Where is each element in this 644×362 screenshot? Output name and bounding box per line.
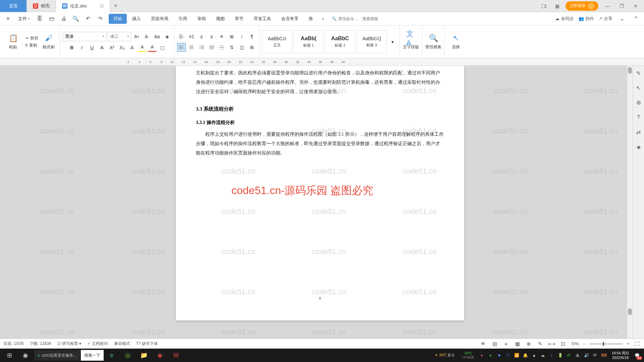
- styles-more-button[interactable]: ▾: [388, 38, 397, 46]
- start-button[interactable]: ⊞: [1, 349, 17, 362]
- shading-button[interactable]: ◫: [237, 43, 246, 52]
- login-button[interactable]: 立即登录: [566, 1, 598, 11]
- read-view-icon[interactable]: ⊕: [525, 340, 533, 348]
- decrease-indent-button[interactable]: ≤: [197, 32, 206, 41]
- pen-tool-icon[interactable]: ✎: [635, 69, 643, 77]
- select-tool-icon[interactable]: ↖: [635, 84, 643, 92]
- task-edge[interactable]: e: [104, 349, 120, 362]
- select-button[interactable]: ↖ 选择: [447, 34, 464, 50]
- clear-format-button[interactable]: ◈: [163, 32, 171, 41]
- undo-icon[interactable]: ↶: [83, 14, 93, 23]
- save-icon[interactable]: 🗄: [35, 14, 44, 23]
- notification-button[interactable]: 💬: [633, 352, 641, 359]
- show-marks-button[interactable]: ¶: [248, 32, 256, 41]
- zoom-slider[interactable]: [589, 343, 623, 345]
- grow-font-button[interactable]: A+: [132, 32, 141, 41]
- text-effect-button[interactable]: A: [128, 43, 137, 52]
- ruler[interactable]: 2 4 6 8 10 12 14 16 18 20 22 24 26 28 30…: [0, 58, 644, 66]
- fit-page-icon[interactable]: ⊡: [559, 340, 567, 348]
- align-left-button[interactable]: [177, 43, 186, 52]
- change-case-button[interactable]: Aa: [153, 32, 161, 41]
- align-right-button[interactable]: [197, 43, 206, 52]
- char-shading-button[interactable]: ▢: [158, 43, 167, 52]
- zoom-in-button[interactable]: +: [627, 342, 629, 346]
- find-replace-button[interactable]: 🔍 查找替换: [425, 34, 442, 50]
- align-tools-button[interactable]: ⊞: [227, 32, 236, 41]
- template-search-input[interactable]: [362, 16, 386, 21]
- taskbar-search[interactable]: 搜索一下: [81, 350, 104, 361]
- heading-3-3-1[interactable]: 3.3.1 操作流程分析: [196, 120, 444, 126]
- ribbon-tab-start[interactable]: 开始: [109, 14, 127, 24]
- clock-widget[interactable]: 18:54 周日 2022/9/18: [609, 351, 632, 360]
- highlight-button[interactable]: A: [138, 43, 147, 52]
- subscript-button[interactable]: X₂: [118, 43, 126, 52]
- text-direction-button[interactable]: ✕: [217, 32, 226, 41]
- align-distribute-button[interactable]: [217, 43, 226, 52]
- print-preview-icon[interactable]: 🔍: [71, 14, 80, 23]
- borders-button[interactable]: ⊞: [248, 43, 256, 52]
- tray-icon-sync[interactable]: ⟳: [565, 352, 573, 359]
- style-heading3[interactable]: AaBbCc] 标题 3: [357, 31, 387, 53]
- spellcheck-toggle[interactable]: ☑ 拼写检查 ▾: [57, 341, 82, 347]
- style-normal[interactable]: AaBbCcI 正文: [262, 31, 292, 53]
- underline-button[interactable]: U: [88, 43, 96, 52]
- template-search[interactable]: [362, 16, 386, 21]
- shrink-font-button[interactable]: A-: [143, 32, 151, 41]
- tray-icon-2[interactable]: ●: [487, 352, 494, 359]
- tray-icon-keyboard[interactable]: ⌨: [600, 352, 607, 359]
- sync-status[interactable]: ☁ 未同步: [555, 16, 574, 22]
- text-layout-button[interactable]: 文A 文字排版: [402, 34, 419, 50]
- file-menu[interactable]: 文件 ▾: [15, 16, 32, 22]
- fit-width-icon[interactable]: ⟷: [548, 340, 555, 348]
- scroll-thumb-top[interactable]: [628, 67, 632, 74]
- redo-icon[interactable]: ↷: [95, 14, 105, 23]
- task-browser[interactable]: e ccrc信息安全服务...: [34, 350, 80, 361]
- font-color-button[interactable]: A: [148, 43, 157, 52]
- tray-icon-cloud[interactable]: ☁: [539, 352, 546, 359]
- number-list-button[interactable]: ≡1: [187, 32, 196, 41]
- tab-add-button[interactable]: +: [110, 2, 122, 9]
- collab-button[interactable]: 👥 协作: [579, 16, 594, 22]
- cpu-temp-widget[interactable]: 78℃ CPU温度: [459, 351, 477, 359]
- task-app-3[interactable]: ◉: [152, 349, 168, 362]
- zoom-value[interactable]: 70%: [571, 342, 579, 346]
- tab-menu-icon[interactable]: ⊡: [100, 3, 104, 8]
- style-heading2[interactable]: AaBbC 标题 2: [325, 31, 355, 53]
- page-view-icon[interactable]: ▤: [491, 340, 498, 348]
- ribbon-tab-member[interactable]: 会员专享: [276, 14, 303, 24]
- proofread-button[interactable]: ✓ 文档校对: [87, 341, 108, 347]
- apps-grid-icon[interactable]: ▦: [553, 2, 561, 10]
- task-explorer[interactable]: 📁: [136, 349, 152, 362]
- copy-button[interactable]: ⎘ 复制: [25, 43, 38, 48]
- close-button[interactable]: ✕: [631, 2, 641, 10]
- tab-home[interactable]: 首页: [0, 0, 27, 12]
- tab-document[interactable]: W 论文.doc ⊡: [56, 0, 110, 12]
- ribbon-tab-view[interactable]: 视图: [211, 14, 229, 24]
- ribbon-tab-insert[interactable]: 插入: [127, 14, 146, 24]
- tray-icon-battery[interactable]: 🔋: [556, 352, 564, 359]
- tray-icon-network[interactable]: 🖧: [574, 352, 581, 359]
- heading-3-3[interactable]: 3.3 系统流程分析: [196, 106, 444, 112]
- tray-icon-shield[interactable]: 🛡: [504, 352, 512, 359]
- web-view-icon[interactable]: ▦: [514, 340, 521, 348]
- task-app-2[interactable]: ◎: [120, 349, 136, 362]
- style-heading1[interactable]: AaBb( 标题 1: [293, 31, 324, 53]
- collapse-ribbon-icon[interactable]: ⌄: [617, 14, 627, 23]
- command-search-input[interactable]: [338, 16, 362, 21]
- translate-icon[interactable]: ⇄: [635, 128, 643, 136]
- ime-indicator[interactable]: 中: [591, 352, 599, 359]
- tray-icon-volume[interactable]: 🔊: [583, 352, 590, 359]
- page-indicator[interactable]: 页面: 13/35: [3, 341, 24, 347]
- print-icon[interactable]: 🖨: [59, 14, 68, 23]
- tray-icon-up[interactable]: ▲: [530, 352, 538, 359]
- task-wps[interactable]: W: [168, 349, 184, 362]
- font-size-select[interactable]: 小二 ▾: [108, 32, 131, 41]
- compat-mode[interactable]: 兼容模式: [114, 341, 130, 347]
- align-justify-button[interactable]: [207, 43, 216, 52]
- clipboard-tool-icon[interactable]: ◈: [635, 143, 643, 151]
- save-as-icon[interactable]: 🗃: [47, 14, 56, 23]
- eye-icon[interactable]: 👁: [480, 340, 487, 348]
- sort-button[interactable]: ↕: [237, 32, 246, 41]
- ribbon-tab-layout[interactable]: 页面布局: [146, 14, 173, 24]
- hamburger-icon[interactable]: ≡: [3, 14, 13, 23]
